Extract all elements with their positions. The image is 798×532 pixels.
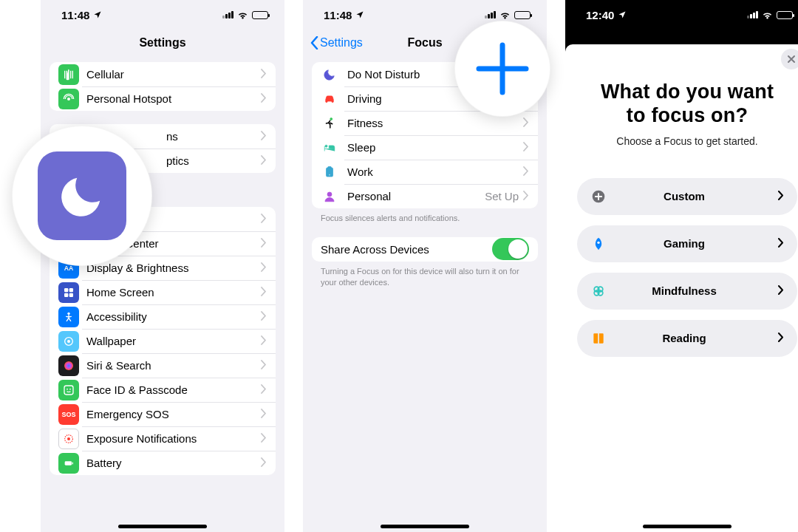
chevron-right-icon xyxy=(523,166,529,179)
chevron-right-icon xyxy=(778,237,784,250)
row-label: Fitness xyxy=(347,117,523,129)
wallpaper-icon xyxy=(58,331,79,352)
settings-row-faceid[interactable]: Face ID & Passcode xyxy=(50,378,276,402)
picker-subtitle: Choose a Focus to get started. xyxy=(584,135,790,147)
status-bar: 11:48 xyxy=(41,0,284,30)
settings-row-battery[interactable]: Battery xyxy=(50,451,276,475)
chevron-right-icon xyxy=(261,310,267,324)
chevron-right-icon xyxy=(261,92,267,106)
chevron-right-icon xyxy=(261,432,267,446)
chevron-right-icon xyxy=(261,213,267,226)
home-icon xyxy=(58,282,79,303)
focus-option-gaming[interactable]: Gaming xyxy=(577,225,797,262)
row-label: Battery xyxy=(86,457,261,469)
settings-screen: 11:48 Settings Cellular Personal Hotspot… xyxy=(41,0,284,532)
person-icon xyxy=(321,188,338,205)
row-label: Display & Brightness xyxy=(86,262,261,274)
row-label: Home Screen xyxy=(86,286,261,299)
work-icon xyxy=(321,163,338,181)
row-label: Exposure Notifications xyxy=(86,432,261,445)
home-indicator[interactable] xyxy=(118,525,207,528)
focus-picker-screen: 12:40 What do you wantto focus on? Choos… xyxy=(565,0,798,532)
location-icon xyxy=(93,10,102,19)
highlight-focus-icon xyxy=(12,126,152,266)
settings-row-wallpaper[interactable]: Wallpaper xyxy=(50,329,276,353)
row-label: Sleep xyxy=(347,141,523,154)
row-detail: Set Up xyxy=(485,190,519,202)
wifi-icon xyxy=(762,10,773,21)
chevron-right-icon xyxy=(523,117,529,130)
status-time: 11:48 xyxy=(61,9,89,21)
wifi-icon xyxy=(499,10,511,21)
focus-caption: Focus silences alerts and notifications. xyxy=(321,213,529,224)
settings-row-accessibility[interactable]: Accessibility xyxy=(50,304,276,329)
chevron-right-icon xyxy=(261,383,267,397)
run-icon xyxy=(321,115,338,132)
hotspot-icon xyxy=(58,89,79,109)
page-title: Focus xyxy=(407,36,442,50)
chevron-right-icon xyxy=(261,237,267,250)
signal-icon xyxy=(485,11,496,18)
option-label: Custom xyxy=(590,190,778,202)
chevron-right-icon xyxy=(523,141,529,154)
focus-option-reading[interactable]: Reading xyxy=(577,320,797,357)
chevron-right-icon xyxy=(778,190,784,203)
share-across-devices-row[interactable]: Share Across Devices xyxy=(312,237,538,262)
chevron-right-icon xyxy=(261,68,267,81)
siri-icon xyxy=(58,355,79,376)
home-indicator[interactable] xyxy=(643,525,732,528)
option-label: Gaming xyxy=(590,237,778,250)
status-bar: 12:40 xyxy=(565,0,798,30)
settings-row-sos[interactable]: SOS Emergency SOS xyxy=(50,402,276,426)
battery-icon xyxy=(58,453,79,474)
settings-row-home[interactable]: Home Screen xyxy=(50,280,276,304)
row-label: Face ID & Passcode xyxy=(86,383,261,396)
settings-row-hotspot[interactable]: Personal Hotspot xyxy=(50,86,276,111)
page-title: Settings xyxy=(139,36,185,50)
chevron-right-icon xyxy=(523,190,529,203)
chevron-right-icon xyxy=(778,332,784,345)
share-caption: Turning a Focus on for this device will … xyxy=(321,266,529,288)
row-label: Work xyxy=(347,166,523,178)
wifi-icon xyxy=(237,10,248,21)
focus-row-work[interactable]: Work xyxy=(312,160,538,184)
row-label: ns xyxy=(166,130,261,143)
home-indicator[interactable] xyxy=(381,525,469,528)
battery-icon xyxy=(252,11,268,19)
settings-row-exposure[interactable]: Exposure Notifications xyxy=(50,426,276,451)
chevron-right-icon xyxy=(261,154,267,168)
chevron-right-icon xyxy=(261,457,267,470)
accessibility-icon xyxy=(58,307,79,327)
share-label: Share Across Devices xyxy=(321,243,492,256)
highlight-add-button xyxy=(454,21,550,117)
row-label: Accessibility xyxy=(86,310,261,323)
signal-icon xyxy=(747,11,758,18)
row-label: Cellular xyxy=(86,68,261,81)
location-icon xyxy=(618,10,627,19)
battery-icon xyxy=(514,11,531,19)
chevron-right-icon xyxy=(261,359,267,372)
row-label: ptics xyxy=(166,154,261,167)
back-button[interactable]: Settings xyxy=(310,36,363,50)
close-button[interactable] xyxy=(781,49,798,69)
bed-icon xyxy=(321,139,338,157)
picker-title: What do you wantto focus on? xyxy=(584,80,790,128)
chevron-right-icon xyxy=(778,284,784,298)
focus-option-custom[interactable]: Custom xyxy=(577,178,797,215)
focus-option-mindfulness[interactable]: Mindfulness xyxy=(577,273,797,310)
row-label: Personal xyxy=(347,190,485,202)
status-time: 11:48 xyxy=(324,9,352,21)
focus-row-bed[interactable]: Sleep xyxy=(312,135,538,160)
signal-icon xyxy=(222,11,233,18)
share-toggle[interactable] xyxy=(492,238,529,260)
focus-row-person[interactable]: Personal Set Up xyxy=(312,184,538,208)
row-label: Emergency SOS xyxy=(86,408,261,420)
option-label: Reading xyxy=(590,332,778,344)
row-label: Wallpaper xyxy=(86,335,261,347)
row-label: Personal Hotspot xyxy=(86,92,261,105)
settings-row-siri[interactable]: Siri & Search xyxy=(50,353,276,378)
settings-row-cellular[interactable]: Cellular xyxy=(50,62,276,86)
chevron-right-icon xyxy=(261,130,267,143)
car-icon xyxy=(321,90,338,108)
exposure-icon xyxy=(58,429,79,449)
